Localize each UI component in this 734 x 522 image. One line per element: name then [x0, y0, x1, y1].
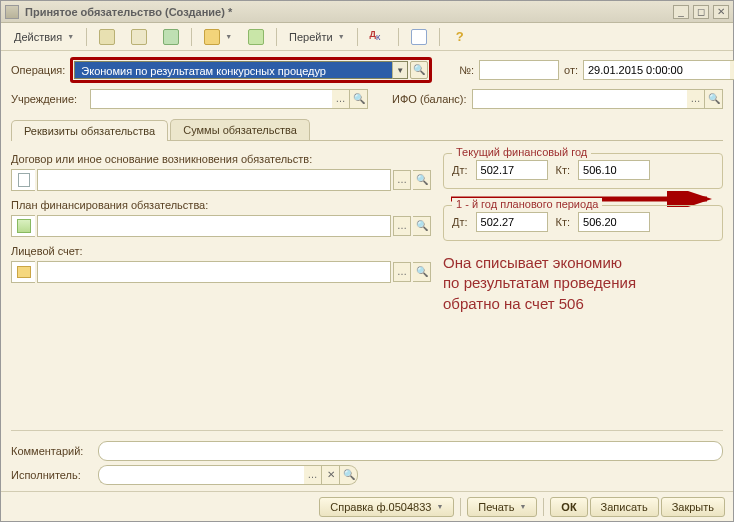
- comment-input[interactable]: [98, 441, 723, 461]
- separator: [460, 498, 461, 516]
- plan-input[interactable]: [37, 215, 391, 237]
- number-input[interactable]: [479, 60, 559, 80]
- chevron-down-icon: ▼: [436, 503, 443, 510]
- maximize-button[interactable]: ◻: [693, 5, 709, 19]
- tb-ledger-icon[interactable]: ▼: [197, 26, 239, 48]
- separator: [191, 28, 192, 46]
- chevron-down-icon: ▼: [338, 33, 345, 40]
- plan-label: План финансирования обязательства:: [11, 199, 431, 211]
- calendar-icon[interactable]: 📅: [730, 60, 734, 80]
- minimize-button[interactable]: _: [673, 5, 689, 19]
- current-year-legend: Текущий финансовый год: [452, 146, 591, 158]
- tab-sums[interactable]: Суммы обязательства: [170, 119, 310, 140]
- chevron-down-icon[interactable]: ▼: [392, 61, 408, 79]
- dt1-input[interactable]: [476, 160, 548, 180]
- dt-label: Дт:: [452, 216, 468, 228]
- contract-label: Договор или иное основание возникновения…: [11, 153, 431, 165]
- separator: [543, 498, 544, 516]
- ellipsis-icon[interactable]: …: [393, 262, 411, 282]
- bottom-block: Комментарий: Исполнитель: … ✕ 🔍: [11, 437, 723, 487]
- tab-body: Договор или иное основание возникновения…: [11, 147, 723, 431]
- separator: [439, 28, 440, 46]
- ellipsis-icon[interactable]: …: [687, 89, 705, 109]
- date-input[interactable]: [583, 60, 730, 80]
- titlebar: Принятое обязательство (Создание) * _ ◻ …: [1, 1, 733, 23]
- window-title: Принятое обязательство (Создание) *: [25, 6, 673, 18]
- magnifier-icon[interactable]: 🔍: [413, 262, 431, 282]
- ellipsis-icon[interactable]: …: [393, 170, 411, 190]
- note-line: обратно на счет 506: [443, 294, 723, 314]
- tab-requisites[interactable]: Реквизиты обязательства: [11, 120, 168, 141]
- ref-button[interactable]: Справка ф.0504833▼: [319, 497, 454, 517]
- folder-icon: [11, 261, 35, 283]
- window: Принятое обязательство (Создание) * _ ◻ …: [0, 0, 734, 522]
- operation-label: Операция:: [11, 64, 65, 76]
- contract-input[interactable]: [37, 169, 391, 191]
- org-input[interactable]: [90, 89, 332, 109]
- dt2-input[interactable]: [476, 212, 548, 232]
- plan-year-legend: 1 - й год планового периода: [452, 198, 602, 210]
- content: Операция: Экономия по результатам конкур…: [1, 51, 733, 491]
- magnifier-icon[interactable]: 🔍: [340, 465, 358, 485]
- kt-label: Кт:: [556, 164, 571, 176]
- ellipsis-icon[interactable]: …: [304, 465, 322, 485]
- toolbar: Действия ▼ ▼ Перейти ▼ ДК ?: [1, 23, 733, 51]
- from-label: от:: [564, 64, 578, 76]
- clear-icon[interactable]: ✕: [322, 465, 340, 485]
- close-window-button[interactable]: ✕: [713, 5, 729, 19]
- footer: Справка ф.0504833▼ Печать▼ ОК Записать З…: [1, 491, 733, 521]
- exec-input[interactable]: [98, 465, 304, 485]
- chevron-down-icon: ▼: [225, 33, 232, 40]
- ifo-input[interactable]: [472, 89, 687, 109]
- close-button[interactable]: Закрыть: [661, 497, 725, 517]
- comment-label: Комментарий:: [11, 445, 93, 457]
- operation-highlight: Экономия по результатам конкурсных проце…: [70, 57, 432, 83]
- plan-year-box: 1 - й год планового периода Дт: Кт:: [443, 205, 723, 241]
- note-line: по результатам проведения: [443, 273, 723, 293]
- goto-label: Перейти: [289, 31, 333, 43]
- account-label: Лицевой счет:: [11, 245, 431, 257]
- actions-label: Действия: [14, 31, 62, 43]
- ifo-label: ИФО (баланс):: [392, 93, 467, 105]
- magnifier-icon[interactable]: 🔍: [350, 89, 368, 109]
- magnifier-icon[interactable]: 🔍: [413, 216, 431, 236]
- ellipsis-icon[interactable]: …: [332, 89, 350, 109]
- ellipsis-icon[interactable]: …: [393, 216, 411, 236]
- org-label: Учреждение:: [11, 93, 85, 105]
- document-icon: [11, 169, 35, 191]
- ok-button[interactable]: ОК: [550, 497, 587, 517]
- print-button[interactable]: Печать▼: [467, 497, 537, 517]
- chevron-down-icon: ▼: [67, 33, 74, 40]
- separator: [357, 28, 358, 46]
- goto-menu[interactable]: Перейти ▼: [282, 28, 352, 46]
- app-icon: [5, 5, 19, 19]
- separator: [398, 28, 399, 46]
- note-line: Она списывает экономию: [443, 253, 723, 273]
- kt1-input[interactable]: [578, 160, 650, 180]
- magnifier-icon[interactable]: 🔍: [413, 170, 431, 190]
- tb-post-icon[interactable]: [92, 26, 122, 48]
- annotation-text: Она списывает экономию по результатам пр…: [443, 253, 723, 314]
- tb-help-icon[interactable]: ?: [445, 26, 475, 48]
- tb-save-icon[interactable]: [156, 26, 186, 48]
- operation-combo[interactable]: Экономия по результатам конкурсных проце…: [74, 61, 392, 79]
- exec-label: Исполнитель:: [11, 469, 93, 481]
- tb-dkkt-icon[interactable]: ДК: [363, 26, 393, 48]
- tb-tree-icon[interactable]: [241, 26, 271, 48]
- tb-report-icon[interactable]: [404, 26, 434, 48]
- separator: [86, 28, 87, 46]
- actions-menu[interactable]: Действия ▼: [7, 28, 81, 46]
- current-year-box: Текущий финансовый год Дт: Кт:: [443, 153, 723, 189]
- save-button[interactable]: Записать: [590, 497, 659, 517]
- tb-copy-icon[interactable]: [124, 26, 154, 48]
- account-input[interactable]: [37, 261, 391, 283]
- kt-label: Кт:: [556, 216, 571, 228]
- operation-search-button[interactable]: 🔍: [410, 61, 428, 79]
- dt-label: Дт:: [452, 164, 468, 176]
- separator: [276, 28, 277, 46]
- magnifier-icon[interactable]: 🔍: [705, 89, 723, 109]
- chevron-down-icon: ▼: [519, 503, 526, 510]
- tabs: Реквизиты обязательства Суммы обязательс…: [11, 119, 723, 141]
- grid-plus-icon: [11, 215, 35, 237]
- kt2-input[interactable]: [578, 212, 650, 232]
